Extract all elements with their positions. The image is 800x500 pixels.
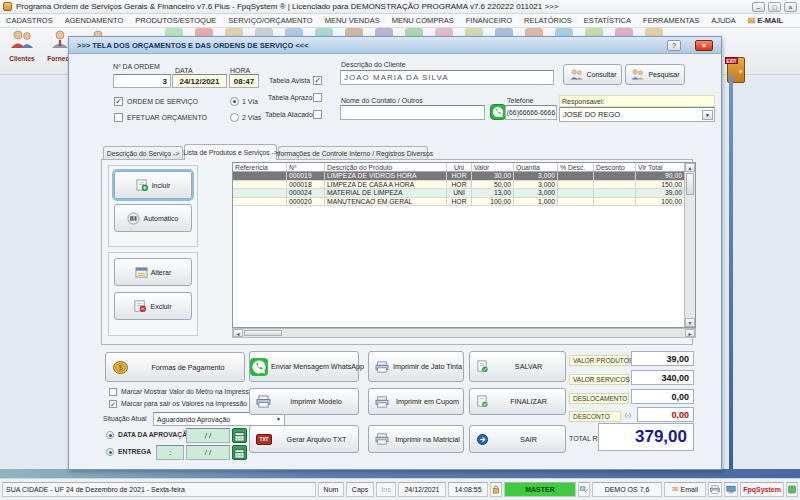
imprimir-cupom-button[interactable]: Imprimir em Cupom	[368, 388, 464, 415]
printer-icon	[375, 361, 389, 373]
entrega-date-field[interactable]: / /	[186, 445, 230, 460]
incluir-label: Incluir	[152, 182, 171, 189]
alterar-button[interactable]: Alterar	[114, 258, 192, 286]
entrega-radio[interactable]	[106, 448, 114, 456]
scroll-thumb[interactable]	[244, 330, 282, 336]
valores-checkbox[interactable]: ✓	[109, 400, 117, 408]
calendar-icon[interactable]	[232, 445, 247, 460]
scroll-up-icon[interactable]: ▲	[685, 163, 695, 172]
scroll-down-icon[interactable]: ▼	[685, 318, 695, 327]
tabela-avista-checkbox[interactable]: ✓	[313, 76, 322, 85]
phone-field[interactable]: (66)66666-6666	[505, 105, 557, 120]
dropdown-arrow-icon[interactable]: ▼	[276, 416, 281, 422]
table-row[interactable]: 000024 MATERIAL DE LIMPEZA UNI 13,00 3,0…	[233, 189, 684, 198]
menu-compras[interactable]: MENU COMPRAS	[386, 16, 460, 25]
orders-dialog: >>> TELA DOS ORÇAMENTOS E DAS ORDENS DE …	[68, 36, 722, 470]
menu-relatorios[interactable]: RELATÓRIOS	[518, 16, 578, 25]
data-aprovacao-radio[interactable]	[106, 431, 114, 439]
pesquisar-button[interactable]: Pesquisar	[625, 64, 685, 85]
valor-servicos-label: VALOR SERVICOS	[569, 374, 629, 385]
tab-informacoes-controle[interactable]: Informações de Controle Interno / Regist…	[278, 146, 428, 160]
deslocamento-label: DESLOCAMENTO	[569, 393, 629, 404]
status-email[interactable]: ✉ Email	[664, 482, 706, 497]
efetuar-orcamento-checkbox[interactable]	[114, 113, 123, 122]
status-demo-version: DEMO OS 7.6	[592, 482, 662, 497]
imprimir-matricial-button[interactable]: Imprimir na Matricial	[368, 425, 464, 453]
entrega-time-field[interactable]: :	[156, 445, 184, 460]
status-time: 14:08:55	[448, 482, 488, 497]
finalizar-button[interactable]: FINALIZAR	[469, 388, 566, 415]
menubar: CADASTROS AGENDAMENTO PRODUTOS/ESTOQUE S…	[0, 14, 800, 28]
menu-financeiro[interactable]: FINANCEIRO	[460, 16, 518, 25]
close-button[interactable]: ×	[784, 2, 797, 12]
products-table: Referencia Nº Descrição do Produto Uni V…	[232, 162, 696, 328]
imprimir-modelo-button[interactable]: Imprimir Modelo	[249, 388, 359, 415]
printer-icon[interactable]	[708, 482, 722, 497]
consultar-button[interactable]: Consultar	[563, 64, 622, 85]
menu-agendamento[interactable]: AGENDAMENTO	[59, 16, 130, 25]
incluir-button[interactable]: Incluir	[114, 171, 192, 199]
envelope-icon: ✉	[748, 16, 756, 26]
whatsapp-icon	[250, 358, 268, 376]
aprovacao-date-field[interactable]: / /	[186, 428, 230, 443]
table-row[interactable]: 000020 MANUTENCAO EM GERAL HOR 100,00 1,…	[233, 198, 684, 207]
desconto-value[interactable]: 0,00	[637, 407, 694, 422]
via1-radio[interactable]	[230, 97, 239, 106]
menu-ajuda[interactable]: AJUDA	[705, 16, 742, 25]
dropdown-arrow-icon[interactable]: ▼	[702, 110, 713, 120]
salvar-button[interactable]: SALVAR	[469, 351, 566, 382]
window-right-edge	[729, 75, 733, 469]
automatico-button[interactable]: Automático	[114, 204, 192, 232]
tabela-atacado-checkbox[interactable]	[313, 110, 322, 119]
tab-lista-produtos[interactable]: Lista de Produtos e Serviços ->	[184, 144, 277, 160]
metro-checkbox[interactable]	[109, 388, 117, 396]
monitor-icon[interactable]	[724, 482, 738, 497]
menu-servico-orcamento[interactable]: SERVIÇO/ORÇAMENTO	[222, 16, 318, 25]
scroll-left-icon[interactable]: ◄	[233, 329, 243, 337]
maximize-button[interactable]: □	[768, 2, 781, 12]
table-row[interactable]: 000019 LIMPEZA DE VIDROS HORA HOR 30,00 …	[233, 172, 684, 181]
gerar-txt-button[interactable]: TXT Gerar Arquivo TXT	[249, 425, 359, 453]
dialog-titlebar[interactable]: >>> TELA DOS ORÇAMENTOS E DAS ORDENS DE …	[69, 37, 721, 54]
printer-icon	[256, 395, 271, 408]
menu-estatistica[interactable]: ESTATÍSTICA	[578, 16, 637, 25]
menu-produtos-estoque[interactable]: PRODUTOS/ESTOQUE	[129, 16, 222, 25]
minimize-button[interactable]: –	[752, 2, 765, 12]
scroll-thumb[interactable]	[686, 173, 694, 195]
responsavel-label: Responsavel:	[562, 98, 604, 105]
client-field[interactable]: JOAO MARIA DA SILVA	[340, 70, 554, 85]
main-title: Programa Ordem de Serviços Gerais & Fina…	[16, 2, 559, 11]
formas-pagamento-button[interactable]: $ Formas de Pagamento	[105, 352, 245, 382]
via2-radio[interactable]	[230, 113, 239, 122]
contact-field[interactable]	[340, 105, 485, 120]
imprimir-matricial-label: Imprimir na Matricial	[392, 435, 463, 444]
menu-vendas[interactable]: MENU VENDAS	[319, 16, 386, 25]
sair-button[interactable]: SAIR	[469, 425, 566, 453]
scroll-right-icon[interactable]: ►	[685, 329, 695, 337]
whatsapp-message-button[interactable]: Enviar Mensagem WhatsApp	[249, 351, 359, 382]
order-number-field[interactable]: 3	[113, 74, 171, 88]
date-field[interactable]: 24/12/2021	[172, 74, 227, 88]
table-row[interactable]: 000018 LIMPEZA DE CASA A HORA HOR 50,00 …	[233, 181, 684, 190]
desconto-minus-sign: (-)	[625, 412, 631, 418]
table-vertical-scrollbar[interactable]: ▲ ▼	[684, 163, 695, 327]
menu-email[interactable]: ✉ E-MAIL	[742, 16, 789, 26]
contact-label: Nome do Contato / Outros	[341, 97, 423, 104]
excluir-button[interactable]: Excluir	[114, 292, 192, 320]
table-horizontal-scrollbar[interactable]: ◄ ►	[232, 328, 696, 338]
whatsapp-icon[interactable]	[490, 104, 506, 120]
imprimir-jato-button[interactable]: Imprimir de Jato Tinta	[368, 351, 464, 382]
calendar-icon[interactable]	[232, 428, 247, 443]
menu-ferramentas[interactable]: FERRAMENTAS	[637, 16, 705, 25]
dialog-help-button[interactable]: ?	[667, 40, 681, 51]
coin-icon: $	[112, 360, 129, 375]
imprimir-jato-label: Imprimir de Jato Tinta	[392, 362, 463, 371]
tab-descricao-servico[interactable]: Descrição do Serviço ->	[103, 146, 183, 160]
ordem-servico-checkbox[interactable]: ✓	[114, 97, 123, 106]
hour-field[interactable]: 08:47	[229, 74, 259, 88]
responsavel-dropdown[interactable]: JOSÉ DO REGO ▼	[559, 107, 715, 122]
dialog-close-button[interactable]: ×	[695, 40, 713, 51]
tabela-aprazo-checkbox[interactable]	[313, 93, 322, 102]
menu-cadastros[interactable]: CADASTROS	[0, 16, 59, 25]
client-label: Descrição do Cliente	[341, 61, 406, 68]
